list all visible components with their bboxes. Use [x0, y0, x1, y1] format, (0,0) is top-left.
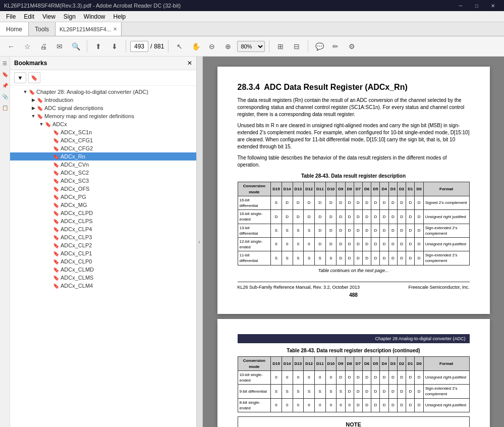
tree-item-adcx-clpd[interactable]: 🔖ADCx_CLPD [10, 209, 196, 217]
tree-item-adcx[interactable]: ▼🔖ADCx [10, 120, 196, 128]
tree-item-adcx-clm4[interactable]: 🔖ADCx_CLM4 [10, 282, 196, 290]
tab-home[interactable]: Home [0, 22, 29, 36]
sidebar-dropdown-btn[interactable]: ▼ [14, 72, 26, 83]
tree-item-adcx-clms[interactable]: 🔖ADCx_CLMS [10, 274, 196, 282]
tree-item-adcx-clmd[interactable]: 🔖ADCx_CLMD [10, 265, 196, 274]
table-cell: D [371, 210, 380, 224]
bookmark-button[interactable]: ☆ [20, 39, 34, 54]
zoom-in-button[interactable]: ⊕ [221, 39, 235, 54]
page-footer-1: KL26 Sub-Family Reference Manual, Rev. 3… [238, 282, 470, 291]
col-d3: D3 [388, 182, 397, 196]
tree-item-adcx-clp0[interactable]: 🔖ADCx_CLP0 [10, 257, 196, 265]
fit-page-button[interactable]: ⊞ [273, 39, 288, 54]
table-cell: D [371, 251, 380, 265]
tab-tools[interactable]: Tools [29, 22, 55, 36]
tree-item-adcx-ofs[interactable]: 🔖ADCx_OFS [10, 185, 196, 193]
minimize-button[interactable]: ─ [454, 0, 468, 13]
bookmark-icon: 🔖 [52, 210, 60, 216]
back-button[interactable]: ← [4, 39, 18, 54]
table-cell: Sign-extended 2's complement [423, 251, 469, 265]
tree-item-label: ADCx [52, 121, 67, 127]
tree-item-label: ADCx_CLP3 [61, 234, 92, 240]
menu-window[interactable]: Window [80, 12, 109, 21]
table-cell: S [271, 251, 282, 265]
tree-item-adcx-sc2[interactable]: 🔖ADCx_SC2 [10, 169, 196, 177]
left-icon-3[interactable]: 📌 [1, 81, 10, 90]
sidebar-bookmark-btn[interactable]: 🔖 [28, 72, 40, 83]
tree-item-label: ADC signal descriptions [44, 105, 103, 111]
tree-item-adcx-rn[interactable]: 🔖ADCx_Rn [10, 152, 196, 161]
col-d1: D1 [406, 182, 415, 196]
left-icon-5[interactable]: 📋 [1, 103, 10, 112]
tree-item-adcx-mg[interactable]: 🔖ADCx_MG [10, 201, 196, 209]
tree-item-adcx-sc3[interactable]: 🔖ADCx_SC3 [10, 177, 196, 185]
email-button[interactable]: ✉ [52, 39, 67, 54]
table-body-2: 10-bit single-ended000000DDDDDDDDDDUnsig… [238, 370, 469, 412]
print-button[interactable]: 🖨 [36, 39, 50, 54]
table-cell: S [314, 385, 325, 398]
collapse-panel-button[interactable]: ‹ [197, 57, 203, 427]
tree-item-adcx-clp1[interactable]: 🔖ADCx_CLP1 [10, 249, 196, 257]
tree-item-adcx-clp4[interactable]: 🔖ADCx_CLP4 [10, 225, 196, 233]
close-button[interactable]: ✕ [486, 0, 500, 13]
table-cell: D [406, 398, 415, 412]
pdf-page-2: Chapter 28 Analog-to-digital converter (… [217, 319, 490, 427]
tree-item-introduction[interactable]: ▶🔖Introduction [10, 96, 196, 104]
tree-item-adcx-cfg1[interactable]: 🔖ADCx_CFG1 [10, 136, 196, 144]
zoom-out-button[interactable]: ⊖ [205, 39, 219, 54]
table-cell: S [271, 385, 282, 398]
separator-4 [269, 40, 269, 52]
tree-item-memory-map[interactable]: ▼🔖Memory map and register definitions [10, 112, 196, 120]
left-icon-2[interactable]: 🔖 [1, 70, 10, 79]
tree-item-adcx-cvn[interactable]: 🔖ADCx_CVn [10, 161, 196, 169]
maximize-button[interactable]: □ [470, 0, 484, 13]
table-cell: D [406, 196, 415, 209]
left-icon-1[interactable]: ☰ [1, 59, 10, 68]
table-cell: D [354, 370, 362, 384]
table-cell: D [363, 210, 371, 224]
left-icon-4[interactable]: 📎 [1, 92, 10, 101]
table-cell: D [345, 196, 354, 209]
tab-document[interactable]: KL26P121M48SF4... ✕ [55, 22, 122, 36]
table-cell: D [363, 196, 371, 209]
pan-zoom-button[interactable]: ⊟ [290, 39, 304, 54]
menu-edit[interactable]: Edit [20, 12, 38, 21]
tree-item-chapter28[interactable]: ▼🔖Chapter 28: Analog-to-digital converte… [10, 88, 196, 96]
menu-file[interactable]: File [2, 12, 20, 21]
comment-button[interactable]: 💬 [312, 39, 326, 54]
zoom-select[interactable]: 80% 50% 75% 100% 125% 150% 200% [237, 41, 265, 52]
download-button[interactable]: ⬇ [107, 39, 122, 54]
tree-item-adcx-clps[interactable]: 🔖ADCx_CLPS [10, 217, 196, 225]
sidebar-close-button[interactable]: ✕ [187, 60, 192, 67]
upload-button[interactable]: ⬆ [91, 39, 105, 54]
tree-item-adc-signal[interactable]: ▶🔖ADC signal descriptions [10, 104, 196, 112]
col-d6: D6 [363, 182, 371, 196]
pdf-viewer[interactable]: 28.3.4 ADC Data Result Register (ADCx_Rn… [203, 57, 504, 427]
table-cell: D [325, 237, 337, 251]
tree-item-adcx-clp2[interactable]: 🔖ADCx_CLP2 [10, 241, 196, 249]
menu-sign[interactable]: Sign [60, 12, 80, 21]
table-cell: D [314, 196, 325, 209]
tree-item-adcx-sc1n[interactable]: 🔖ADCx_SC1n [10, 128, 196, 136]
sidebar-title: Bookmarks [14, 60, 47, 67]
page-input[interactable]: 493 [130, 41, 148, 52]
left-icon-rail: ☰ 🔖 📌 📎 📋 [0, 57, 10, 427]
table-cell: 0 [293, 398, 304, 412]
table-cell: D [371, 398, 380, 412]
tab-close-button[interactable]: ✕ [113, 26, 117, 32]
separator-5 [308, 40, 308, 52]
hand-tool[interactable]: ✋ [189, 39, 203, 54]
tools-button[interactable]: ⚙ [345, 39, 359, 54]
tree-item-adcx-clp3[interactable]: 🔖ADCx_CLP3 [10, 233, 196, 241]
menu-help[interactable]: Help [109, 12, 130, 21]
tree-item-adcx-pg[interactable]: 🔖ADCx_PG [10, 193, 196, 201]
bookmark-icon: 🔖 [52, 243, 60, 248]
select-tool[interactable]: ↖ [173, 39, 187, 54]
search-button[interactable]: 🔍 [69, 39, 83, 54]
menu-view[interactable]: View [38, 12, 60, 21]
table-cell: S [337, 385, 345, 398]
table-cell: D [397, 385, 406, 398]
pen-button[interactable]: ✏ [328, 39, 343, 54]
tree-item-adcx-cfg2[interactable]: 🔖ADCx_CFG2 [10, 144, 196, 152]
bookmark-icon: 🔖 [36, 114, 43, 119]
